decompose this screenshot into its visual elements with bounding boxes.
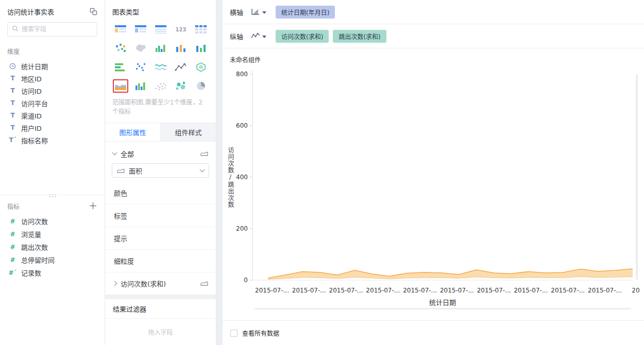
bar-stacked-icon (114, 62, 127, 72)
table-title: 访问统计事实表 (7, 7, 54, 16)
field-label: 用户ID (21, 123, 42, 133)
text-field-icon: T (9, 75, 16, 82)
all-series-row[interactable]: 全部 (105, 144, 216, 163)
x-axis-field-pill[interactable]: 统计日期(年月日) (276, 6, 335, 19)
shape-type-select[interactable]: 面积 (112, 163, 209, 178)
chart-type-curve[interactable] (153, 60, 168, 74)
series-visit-count-row[interactable]: 访问次数(求和) (105, 272, 216, 295)
metric-item[interactable]: # 浏览量 (0, 228, 105, 240)
y-axis-field-pill[interactable]: 访问次数(求和) (276, 30, 329, 43)
x-axis-shelf: 横轴 统计日期(年月日) (223, 0, 644, 24)
y-axis-type-dropdown[interactable] (250, 32, 266, 40)
field-label: 地区ID (21, 74, 42, 83)
drop-zone-placeholder: 拖入字段 (148, 327, 173, 336)
axis-icon (250, 8, 261, 16)
property-granularity[interactable]: 细粒度 (105, 250, 216, 272)
series-row-label: 访问次数(求和) (121, 279, 166, 288)
field-label: 记录数 (21, 268, 41, 278)
chart-type-cross-table[interactable] (133, 22, 148, 36)
panel-resize-handle[interactable] (0, 195, 105, 195)
tab-graph-properties[interactable]: 图形属性 (105, 123, 160, 141)
chart-type-point-square[interactable] (133, 60, 148, 74)
chart-type-range-area[interactable] (113, 79, 128, 93)
chart-type-grouped-table[interactable] (113, 22, 128, 36)
svg-text:2015-07-...: 2015-07-... (403, 287, 437, 294)
chart-type-color-scatter[interactable] (113, 41, 128, 55)
shape-select-value: 面积 (129, 166, 142, 176)
dimension-list: 统计日期 T 地区ID T 访问ID T 访问平台 T 渠道ID T 用户ID (0, 60, 105, 146)
chart-area: 访问次数/跳出次数 02004006008002015-07-...2015-0… (223, 65, 644, 320)
chart-type-bubble[interactable] (173, 79, 189, 93)
dimension-item[interactable]: T 访问平台 (0, 97, 105, 109)
pie-icon (195, 81, 207, 91)
range-area-icon (114, 81, 127, 91)
chevron-down-icon (112, 150, 117, 156)
chart-type-multi-series-column[interactable] (153, 41, 168, 55)
dimension-item[interactable]: T 渠道ID (0, 109, 105, 122)
dimension-item[interactable]: 统计日期 (0, 60, 105, 72)
text-field-icon: T (9, 87, 16, 94)
chart-type-grid: 123 (110, 22, 211, 93)
field-label: 渠道ID (21, 111, 42, 120)
field-panel: 访问统计事实表 维度 统计日期 T 地区ID T (0, 0, 105, 345)
bubble-icon (175, 81, 187, 91)
dimension-item[interactable]: Tˊ 指标名称 (0, 134, 105, 146)
range-area-chart[interactable]: 02004006008002015-07-...2015-07-...2015-… (235, 65, 643, 310)
chart-type-line[interactable] (173, 60, 189, 74)
chart-type-pivot-table[interactable] (193, 22, 209, 36)
text-derived-field-icon: Tˊ (9, 136, 16, 144)
line-chart-icon (250, 32, 261, 40)
property-tooltip[interactable]: 提示 (105, 227, 216, 250)
result-filter-header: 结果过滤器 (105, 299, 216, 319)
metric-item[interactable]: # 总停留时间 (0, 253, 105, 266)
y-axis-shelf: 纵轴 访问次数(求和) 跳出次数(求和) (223, 24, 644, 48)
chevron-right-icon (112, 281, 117, 286)
chart-type-column-2[interactable] (193, 41, 209, 55)
metric-item[interactable]: # 跳出次数 (0, 240, 105, 253)
dimension-item[interactable]: T 用户ID (0, 122, 105, 134)
column-2-icon (195, 43, 207, 53)
search-box[interactable] (7, 22, 97, 37)
section-separator (105, 295, 216, 299)
view-all-data-checkbox[interactable] (230, 330, 238, 337)
dimension-item[interactable]: T 地区ID (0, 72, 105, 84)
chart-type-kpi-card[interactable]: 123 (173, 22, 189, 36)
svg-text:2015-07-...: 2015-07-... (440, 287, 474, 294)
filter-drop-zone[interactable]: 拖入字段 (105, 319, 216, 345)
chart-type-detail-table[interactable] (153, 22, 168, 36)
dimension-item[interactable]: T 访问ID (0, 84, 105, 97)
chart-type-description: 范围面积图.需要至少1个维度，2个指标 (112, 98, 209, 116)
number-field-icon: # (9, 244, 16, 251)
canvas-footer: 查看所有数据 (223, 320, 644, 345)
caret-down-icon (262, 11, 266, 16)
search-input[interactable] (22, 26, 93, 33)
x-axis-type-dropdown[interactable] (250, 8, 266, 16)
y-axis-field-pill[interactable]: 跳出次数(求和) (333, 30, 386, 43)
caret-down-icon (262, 36, 266, 40)
canvas-panel: 横轴 统计日期(年月日) 纵轴 访问次数(求和) 跳出次数(求和) 未命名组件 … (223, 0, 644, 345)
metric-list: # 访问次数 # 浏览量 # 跳出次数 # 总停留时间 #ˊ 记录数 (0, 215, 105, 279)
chart-type-column[interactable] (173, 41, 189, 55)
add-metric-button[interactable]: ＋ (89, 202, 97, 211)
area-mini-icon (200, 280, 208, 287)
svg-text:2015-07-...: 2015-07-... (551, 287, 585, 294)
tab-component-style[interactable]: 组件样式 (160, 123, 216, 141)
chart-type-map[interactable] (133, 41, 148, 55)
chart-type-column-combo[interactable] (133, 79, 148, 93)
table-header: 访问统计事实表 (7, 7, 97, 16)
metric-item[interactable]: # 访问次数 (0, 215, 105, 228)
metric-item[interactable]: #ˊ 记录数 (0, 266, 105, 279)
column-combo-icon (134, 81, 147, 91)
switch-table-icon[interactable] (90, 8, 97, 15)
property-color[interactable]: 颜色 (105, 182, 216, 204)
field-label: 浏览量 (21, 229, 41, 239)
point-square-icon (134, 62, 147, 72)
chart-type-radar[interactable] (193, 60, 209, 74)
chart-type-pie[interactable] (193, 79, 209, 93)
property-label[interactable]: 标签 (105, 204, 216, 227)
chart-type-bar-stacked[interactable] (113, 60, 128, 74)
svg-text:123: 123 (175, 27, 186, 32)
column-icon (175, 43, 187, 53)
chevron-down-icon (200, 167, 205, 173)
chart-type-scatter[interactable] (153, 79, 168, 93)
